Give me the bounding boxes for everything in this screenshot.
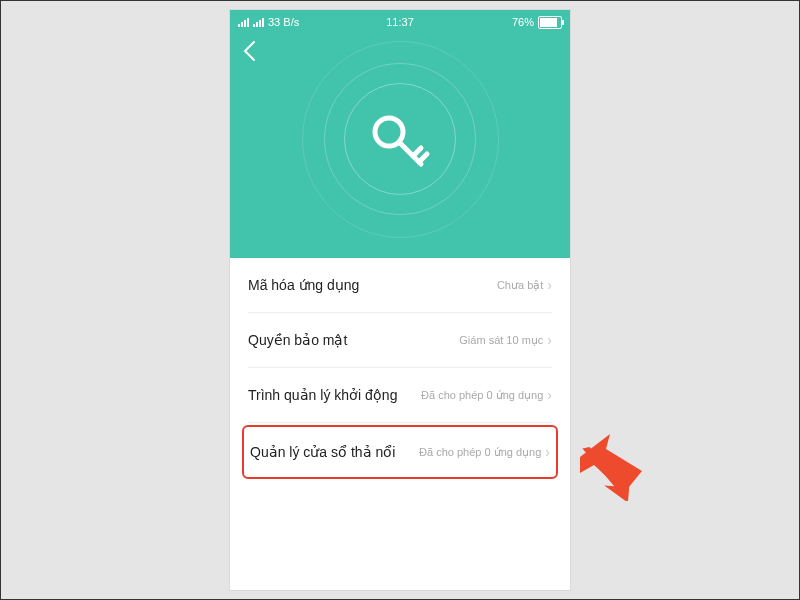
chevron-right-icon: ›	[547, 387, 552, 403]
row-label: Quản lý cửa sổ thả nổi	[250, 444, 395, 460]
svg-line-3	[419, 154, 427, 162]
row-value: Đã cho phép 0 ứng dụng ›	[421, 387, 552, 403]
battery-pct: 76%	[512, 16, 534, 28]
row-startup-manager[interactable]: Trình quản lý khởi động Đã cho phép 0 ứn…	[248, 368, 552, 423]
row-label: Mã hóa ứng dụng	[248, 277, 359, 293]
row-value: Chưa bật ›	[497, 277, 552, 293]
status-bar: 33 B/s 11:37 76%	[230, 10, 570, 34]
key-icon	[367, 106, 433, 172]
phone-screen: 33 B/s 11:37 76%	[230, 10, 570, 590]
data-rate: 33 B/s	[268, 16, 299, 28]
status-time: 11:37	[386, 16, 414, 28]
row-value: Giám sát 10 mục ›	[459, 332, 552, 348]
chevron-right-icon: ›	[547, 277, 552, 293]
header-graphic	[300, 39, 500, 239]
back-button[interactable]	[242, 40, 256, 68]
signal-icon	[238, 17, 249, 27]
annotation-arrow	[576, 431, 646, 501]
svg-line-2	[413, 148, 421, 156]
battery-icon	[538, 16, 562, 29]
header: 33 B/s 11:37 76%	[230, 10, 570, 258]
chevron-right-icon: ›	[545, 444, 550, 460]
row-value: Đã cho phép 0 ứng dụng ›	[419, 444, 550, 460]
row-label: Trình quản lý khởi động	[248, 387, 397, 403]
screenshot-frame: 33 B/s 11:37 76%	[0, 0, 800, 600]
signal-icon	[253, 17, 264, 27]
row-label: Quyền bảo mật	[248, 332, 347, 348]
row-floating-window-manager[interactable]: Quản lý cửa sổ thả nổi Đã cho phép 0 ứng…	[242, 425, 558, 479]
settings-list: Mã hóa ứng dụng Chưa bật › Quyền bảo mật…	[230, 258, 570, 479]
row-privacy-permissions[interactable]: Quyền bảo mật Giám sát 10 mục ›	[248, 313, 552, 368]
chevron-right-icon: ›	[547, 332, 552, 348]
row-app-encryption[interactable]: Mã hóa ứng dụng Chưa bật ›	[248, 258, 552, 313]
